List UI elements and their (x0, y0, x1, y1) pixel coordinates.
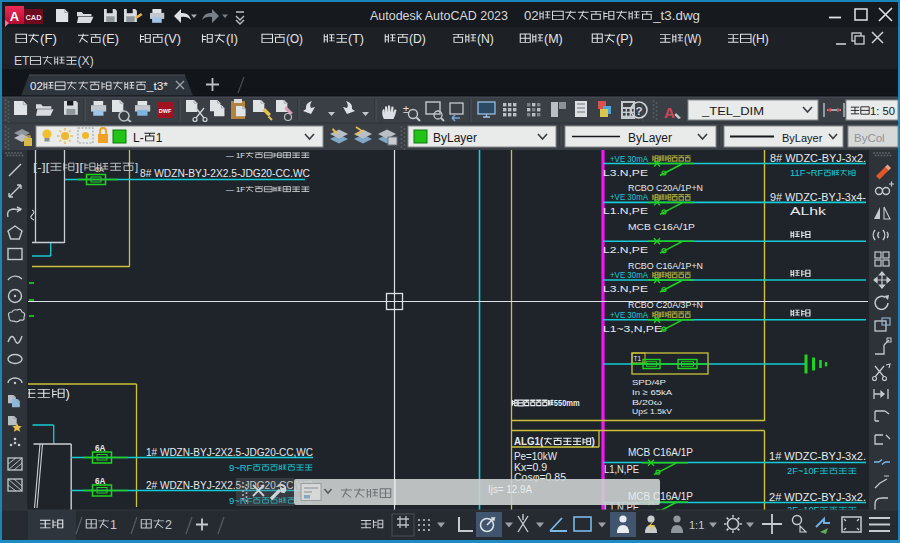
svg-text:ALG1(: ALG1( (514, 436, 544, 447)
svg-text:— 1F: — 1F (226, 185, 245, 194)
svg-text:[-][: [-][ (33, 161, 50, 173)
svg-text:02: 02 (30, 80, 43, 92)
svg-text:8# WDZN-BYJ-2X2.5-JDG20-CC.WC: 8# WDZN-BYJ-2X2.5-JDG20-CC.WC (140, 168, 310, 179)
svg-text:+VE 30mA: +VE 30mA (610, 310, 648, 320)
svg-text:(D): (D) (409, 32, 426, 46)
svg-text:L-: L- (133, 131, 144, 145)
svg-text:11F~RF: 11F~RF (790, 168, 823, 178)
svg-text:2: 2 (165, 518, 172, 532)
svg-text:Pe=10kW: Pe=10kW (514, 451, 558, 462)
svg-text:1: 1 (156, 131, 163, 145)
svg-text:B/20ω: B/20ω (632, 398, 662, 407)
svg-text:MCB C16A/1P: MCB C16A/1P (628, 221, 695, 232)
svg-text:1# WDZC-BYJ-3x2.: 1# WDZC-BYJ-3x2. (769, 451, 866, 462)
svg-text:CAD: CAD (25, 13, 42, 22)
svg-text:RCBO C20A/1P+N: RCBO C20A/1P+N (628, 182, 703, 193)
svg-text:L1,N,PE: L1,N,PE (604, 464, 639, 475)
svg-text:RCBO C20A/3P+N: RCBO C20A/3P+N (628, 299, 703, 310)
svg-text:+VE 30mA: +VE 30mA (610, 154, 648, 164)
svg-text:][: ][ (75, 161, 84, 173)
svg-text:DWF: DWF (159, 108, 172, 114)
svg-text:ByCol: ByCol (854, 132, 885, 144)
svg-text:): ) (592, 436, 595, 447)
svg-text:MCB C16A/1P: MCB C16A/1P (628, 447, 693, 458)
svg-text:ET: ET (14, 54, 30, 68)
svg-text:ByLayer: ByLayer (433, 131, 477, 145)
svg-text:(M): (M) (544, 32, 563, 46)
svg-text:1: 50: 1: 50 (870, 105, 895, 117)
svg-text:+VE 30mA: +VE 30mA (610, 270, 648, 280)
svg-text:A: A (10, 9, 20, 24)
svg-text:Up≤ 1.5kV: Up≤ 1.5kV (632, 407, 673, 416)
svg-text:L3.N,PE: L3.N,PE (603, 283, 648, 294)
svg-text:SPD/4P: SPD/4P (632, 378, 666, 387)
svg-text:(X): (X) (78, 54, 94, 68)
svg-text:(V): (V) (164, 32, 181, 46)
svg-text:L3.N,PE: L3.N,PE (603, 167, 648, 178)
svg-text:(I): (I) (226, 32, 238, 46)
svg-text:]: ] (135, 161, 138, 173)
svg-text:?: ? (635, 105, 642, 117)
svg-text:Ijs= 12.9A: Ijs= 12.9A (488, 484, 532, 495)
svg-text:6A: 6A (95, 476, 106, 486)
svg-text:6A: 6A (95, 166, 104, 173)
svg-text:ByLayer: ByLayer (782, 132, 823, 144)
svg-text:_t3.dwg: _t3.dwg (652, 9, 700, 23)
svg-text:(H): (H) (752, 32, 769, 46)
svg-text:In ≥ 65kA: In ≥ 65kA (632, 388, 673, 397)
svg-text:6A: 6A (95, 443, 106, 453)
svg-text:_TEL_DIM: _TEL_DIM (701, 105, 764, 117)
svg-text:9~RF: 9~RF (229, 463, 252, 473)
svg-text:(N): (N) (477, 32, 494, 46)
svg-text:(W): (W) (684, 32, 701, 46)
svg-text:L2.N,PE: L2.N,PE (603, 244, 648, 255)
svg-text:A: A (664, 104, 675, 121)
svg-text:1# WDZN-BYJ-2X2.5-JDG20-CC,WC: 1# WDZN-BYJ-2X2.5-JDG20-CC,WC (146, 447, 313, 458)
svg-text:2# WDZC-BYJ-3x2.: 2# WDZC-BYJ-3x2. (769, 492, 866, 503)
svg-text:Autodesk AutoCAD 2023: Autodesk AutoCAD 2023 (370, 9, 508, 23)
svg-text:+VE 30mA: +VE 30mA (610, 192, 648, 202)
svg-text:(O): (O) (286, 32, 303, 46)
svg-text:ByLayer: ByLayer (628, 131, 672, 145)
svg-text:02: 02 (524, 9, 539, 23)
svg-text:MCB C16A/1P: MCB C16A/1P (628, 491, 693, 502)
svg-text:(F): (F) (40, 32, 57, 46)
svg-text:L1.N,PE: L1.N,PE (603, 205, 648, 216)
svg-text:): ) (66, 386, 70, 401)
svg-text:2F~10F: 2F~10F (787, 466, 819, 476)
svg-text:1: 1 (110, 518, 117, 532)
svg-text:T1: T1 (634, 355, 642, 362)
svg-text:9# WDZC-BYJ-3x4-: 9# WDZC-BYJ-3x4- (770, 192, 866, 203)
svg-text:(P): (P) (616, 32, 633, 46)
svg-text:RCBO C16A/1P+N: RCBO C16A/1P+N (628, 260, 703, 271)
svg-text:1:1: 1:1 (689, 519, 704, 531)
svg-text:— 1F: — 1F (226, 151, 245, 160)
svg-text:8# WDZC-BYJ-3x2.: 8# WDZC-BYJ-3x2. (770, 153, 866, 164)
svg-text:_t3*: _t3* (146, 80, 169, 92)
svg-text:550mm: 550mm (554, 398, 580, 408)
svg-text:ALhk: ALhk (790, 206, 828, 217)
svg-text:(E): (E) (102, 32, 119, 46)
svg-text:L1~3,N,PE: L1~3,N,PE (603, 323, 662, 334)
svg-text:(T): (T) (348, 32, 364, 46)
